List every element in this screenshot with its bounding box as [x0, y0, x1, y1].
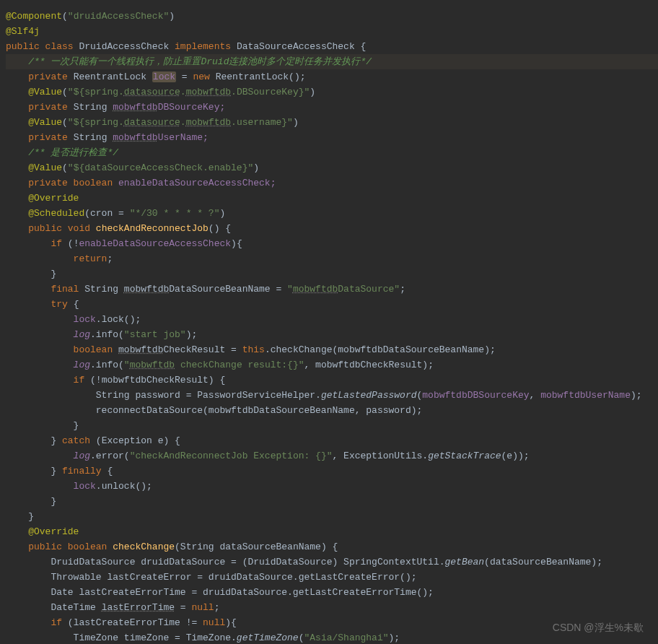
field-lock: lock: [152, 71, 176, 82]
method-checkAndReconnectJob: checkAndReconnectJob: [96, 223, 209, 234]
method-checkChange: checkChange: [113, 541, 175, 552]
annotation: @Slf4j: [6, 26, 40, 37]
code-block: @Component("druidAccessCheck") @Slf4j pu…: [0, 0, 658, 644]
watermark: CSDN @浮生%未歇: [553, 620, 644, 635]
annotation: @Component: [6, 11, 62, 22]
